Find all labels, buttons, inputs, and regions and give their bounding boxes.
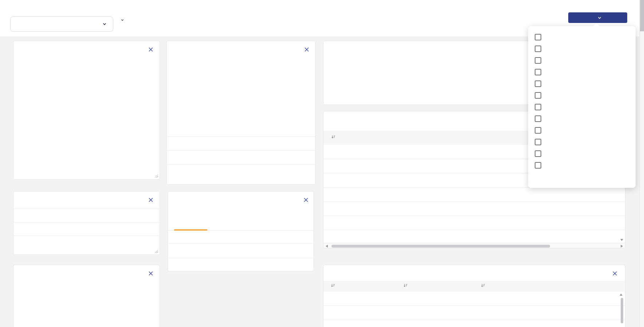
column-header-endpoint[interactable] <box>401 283 408 288</box>
sparkline-min <box>115 212 154 220</box>
chevron-down-icon <box>598 16 601 20</box>
checkbox-icon[interactable] <box>535 69 541 75</box>
sort-icon[interactable] <box>403 283 408 288</box>
menu-item-dns-request-count[interactable] <box>528 55 636 66</box>
card-policies <box>168 191 314 271</box>
customize-layout-button[interactable] <box>568 12 627 23</box>
sort-icon[interactable] <box>331 135 335 139</box>
menu-item-endpoints[interactable] <box>528 43 636 55</box>
dns-area-chart <box>167 41 316 127</box>
table-row[interactable] <box>323 320 625 327</box>
checkbox-icon[interactable] <box>535 34 541 40</box>
close-icon[interactable] <box>612 271 618 276</box>
menu-item-policies[interactable] <box>528 90 636 101</box>
column-header-count[interactable] <box>479 283 485 288</box>
chevron-down-icon <box>121 19 124 21</box>
legend-swatch-successful <box>176 143 185 145</box>
table-header <box>323 281 625 292</box>
divider <box>168 243 314 244</box>
checkbox-icon[interactable] <box>535 127 541 134</box>
table-row[interactable] <box>323 292 625 306</box>
resize-handle[interactable] <box>155 250 158 253</box>
sort-icon[interactable] <box>481 283 485 288</box>
active-tab-underline <box>174 229 207 231</box>
column-header-process-name[interactable] <box>329 283 335 288</box>
time-range-value[interactable] <box>119 19 124 21</box>
legend-row-failed <box>167 150 315 164</box>
scroll-down-arrow-icon[interactable] <box>620 239 623 241</box>
legend-swatch-total <box>176 171 185 173</box>
table-row[interactable] <box>323 188 625 202</box>
show-all-link[interactable] <box>528 171 636 184</box>
menu-item-wireguard-bytes[interactable] <box>528 148 636 159</box>
close-icon[interactable] <box>303 197 309 203</box>
menu-item-http-response-codes[interactable] <box>528 113 636 125</box>
horizontal-scrollbar-thumb[interactable] <box>331 245 550 248</box>
table-row[interactable] <box>323 202 625 216</box>
checkbox-icon[interactable] <box>535 150 541 157</box>
http-heatmap-grid <box>13 265 160 327</box>
legend-item-denied <box>101 155 112 160</box>
scroll-left-arrow-icon[interactable] <box>326 245 328 248</box>
legend-swatch-failed <box>176 157 185 159</box>
legend-swatch-denied <box>101 155 112 158</box>
packets-bar-chart <box>13 41 160 154</box>
card-dns-request-count <box>166 41 315 185</box>
table-row[interactable] <box>323 306 625 320</box>
card-process-instances <box>323 265 625 327</box>
checkbox-icon[interactable] <box>535 46 541 52</box>
divider <box>168 258 314 258</box>
checkbox-icon[interactable] <box>535 104 541 110</box>
latency-row-avg <box>13 236 160 249</box>
column-header-url[interactable] <box>329 135 335 139</box>
sparkline-avg <box>115 239 154 247</box>
menu-item-packets-by-policy[interactable] <box>528 31 636 43</box>
checkbox-icon[interactable] <box>535 139 541 145</box>
page-scrollbar[interactable] <box>639 0 644 327</box>
view-select[interactable] <box>10 16 113 32</box>
card-packets-by-policy <box>13 41 160 180</box>
table-row[interactable] <box>323 216 625 230</box>
see-full-list-link[interactable] <box>174 263 177 268</box>
checkbox-icon[interactable] <box>535 80 541 87</box>
legend-swatch-allowed <box>62 155 72 158</box>
menu-item-dns-request-latency[interactable] <box>528 78 636 90</box>
menu-item-wireguard-handshake[interactable] <box>528 159 636 171</box>
horizontal-scrollbar[interactable] <box>323 243 625 248</box>
resize-handle[interactable] <box>155 174 158 178</box>
scroll-up-arrow-icon[interactable] <box>620 293 623 296</box>
legend-row-total <box>167 164 315 178</box>
legend-item-allowed <box>62 155 72 160</box>
checkbox-icon[interactable] <box>535 57 541 64</box>
checkbox-icon[interactable] <box>535 115 541 122</box>
table-row[interactable] <box>323 230 625 244</box>
sort-icon[interactable] <box>331 283 335 288</box>
page-scrollbar-thumb[interactable] <box>640 0 644 31</box>
sparkline-max <box>115 226 154 233</box>
latency-row-min <box>13 209 160 222</box>
vertical-scrollbar[interactable] <box>621 298 623 323</box>
latency-row-max <box>13 222 160 236</box>
close-icon[interactable] <box>148 197 154 203</box>
card-http-response-codes <box>13 265 160 327</box>
customize-layout-menu <box>528 26 636 188</box>
chevron-down-icon <box>103 22 106 26</box>
scroll-right-arrow-icon[interactable] <box>621 245 623 248</box>
checkbox-icon[interactable] <box>535 162 541 169</box>
card-dns-request-latency <box>13 191 160 255</box>
menu-item-process-instances[interactable] <box>528 101 636 113</box>
menu-item-cis-benchmarks[interactable] <box>528 136 636 148</box>
legend-row-successful <box>167 137 315 150</box>
menu-item-services[interactable] <box>528 125 636 136</box>
menu-item-url-requests[interactable] <box>528 66 636 78</box>
checkbox-icon[interactable] <box>535 92 541 99</box>
